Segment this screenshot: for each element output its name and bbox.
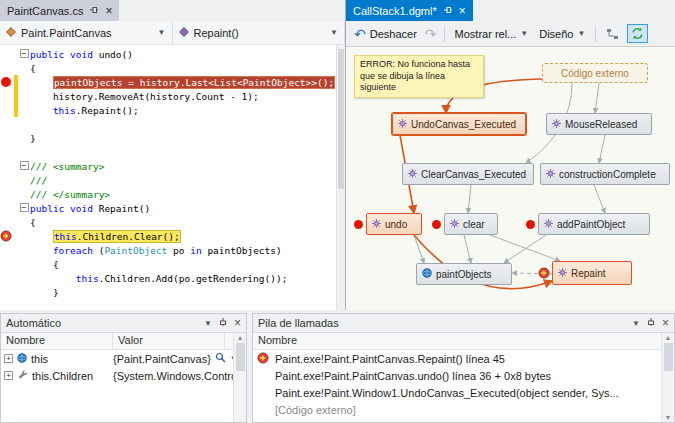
breakpoint-gutter[interactable] xyxy=(0,75,14,89)
column-header-name[interactable]: Nombre xyxy=(253,333,661,349)
breakpoint-gutter[interactable] xyxy=(0,131,14,145)
breakpoint-gutter[interactable] xyxy=(0,173,14,187)
autos-row[interactable]: +this{Paint.PaintCanvas}▼ xyxy=(1,350,233,367)
code-editor[interactable]: −public void undo(){ paintObjects = hist… xyxy=(0,45,345,310)
pin-icon[interactable] xyxy=(646,317,656,329)
pin-icon[interactable] xyxy=(89,5,99,17)
code-line[interactable]: paintObjects = history.Last<List<PaintOb… xyxy=(0,75,336,89)
close-icon[interactable]: × xyxy=(662,317,669,329)
new-graph-icon[interactable] xyxy=(603,26,622,42)
code-line[interactable]: history.RemoveAt(history.Count - 1); xyxy=(0,89,336,103)
drag-grip[interactable] xyxy=(69,321,196,326)
breakpoint-gutter[interactable] xyxy=(0,285,14,299)
pin-icon[interactable] xyxy=(443,5,453,17)
column-header-value[interactable]: Valor xyxy=(113,333,225,349)
breakpoint-gutter[interactable] xyxy=(0,215,14,229)
code-line[interactable]: −/// <summary> xyxy=(0,159,336,173)
code-line[interactable]: { xyxy=(0,61,336,75)
callstack-frame[interactable]: [Código externo] xyxy=(253,401,661,418)
breakpoint-gutter[interactable] xyxy=(0,89,14,103)
callstack-frame[interactable]: Paint.exe!Paint.Window1.UndoCanvas_Execu… xyxy=(253,384,661,401)
callstack-scrollbar[interactable]: ▲▼ xyxy=(661,333,674,422)
code-line[interactable]: } xyxy=(0,131,336,145)
scrollbar-thumb[interactable] xyxy=(664,343,673,371)
map-node-addPaint[interactable]: addPaintObject xyxy=(538,213,650,235)
column-header-name[interactable]: Nombre xyxy=(1,333,113,349)
type-dropdown[interactable]: Paint.PaintCanvas ▼ xyxy=(0,21,173,44)
change-bar xyxy=(14,103,18,117)
expand-icon[interactable]: + xyxy=(4,371,13,380)
close-icon[interactable]: × xyxy=(105,5,112,17)
breakpoint-gutter[interactable] xyxy=(0,117,14,131)
pin-icon[interactable] xyxy=(218,317,228,329)
breakpoint-gutter[interactable] xyxy=(0,47,14,61)
undo-button[interactable]: ↶ Deshacer xyxy=(351,25,420,43)
breakpoint-gutter[interactable] xyxy=(0,201,14,215)
breakpoint-gutter[interactable] xyxy=(0,243,14,257)
member-dropdown-label: Repaint() xyxy=(194,27,239,39)
fold-toggle-icon[interactable]: − xyxy=(20,161,29,170)
code-line[interactable]: { xyxy=(0,257,336,271)
code-line[interactable]: this.Children.Clear(); xyxy=(0,229,336,243)
breakpoint-gutter[interactable] xyxy=(0,187,14,201)
drag-grip[interactable] xyxy=(347,321,624,326)
map-node-undoExec[interactable]: UndoCanvas_Executed xyxy=(392,113,526,135)
breakpoint-gutter[interactable] xyxy=(0,145,14,159)
tab-paintcanvas-cs[interactable]: PaintCanvas.cs × xyxy=(0,0,119,21)
scrollbar-thumb[interactable] xyxy=(338,49,344,189)
code-line[interactable] xyxy=(0,145,336,159)
code-line[interactable]: −public void undo() xyxy=(0,47,336,61)
member-dropdown[interactable]: Repaint() ▼ xyxy=(173,21,346,44)
breakpoint-icon[interactable] xyxy=(1,77,11,87)
show-related-dropdown[interactable]: Mostrar rel... ▼ xyxy=(452,26,532,42)
code-map-canvas[interactable]: ERROR: No funciona hasta que se dibuja l… xyxy=(346,47,675,310)
scroll-up-icon[interactable]: ▲ xyxy=(237,334,244,341)
fold-toggle-icon[interactable]: − xyxy=(20,203,29,212)
scroll-up-icon[interactable]: ▲ xyxy=(665,334,672,341)
map-node-ext[interactable]: Código externo xyxy=(542,63,648,83)
callstack-frame[interactable]: Paint.exe!Paint.PaintCanvas.Repaint() lí… xyxy=(253,350,661,367)
code-line[interactable]: foreach (PaintObject po in paintObjects) xyxy=(0,243,336,257)
editor-scrollbar[interactable] xyxy=(336,45,345,310)
breakpoint-gutter[interactable] xyxy=(0,257,14,271)
fold-toggle-icon[interactable]: − xyxy=(20,49,29,58)
map-node-clear[interactable]: clear xyxy=(444,213,498,235)
breakpoint-gutter[interactable] xyxy=(0,229,14,243)
breakpoint-gutter[interactable] xyxy=(0,159,14,173)
close-icon[interactable]: × xyxy=(459,5,466,17)
sync-toggle-button[interactable] xyxy=(627,24,648,43)
class-icon xyxy=(6,27,16,39)
code-line[interactable]: } xyxy=(0,285,336,299)
code-line[interactable] xyxy=(0,117,336,131)
map-node-mouseRel[interactable]: MouseReleased xyxy=(546,113,652,135)
magnifier-icon[interactable] xyxy=(215,352,226,365)
map-node-repaint[interactable]: Repaint xyxy=(552,261,632,285)
code-line[interactable]: { xyxy=(0,215,336,229)
callstack-frame[interactable]: Paint.exe!Paint.PaintCanvas.undo() línea… xyxy=(253,367,661,384)
breakpoint-gutter[interactable] xyxy=(0,103,14,117)
window-menu-icon[interactable]: ▼ xyxy=(632,319,640,328)
scroll-down-icon[interactable]: ▼ xyxy=(665,414,672,421)
redo-icon[interactable]: ↷ xyxy=(425,27,437,41)
scrollbar-thumb[interactable] xyxy=(236,343,245,371)
code-text: paintObjects = history.Last<List<PaintOb… xyxy=(30,76,335,89)
code-line[interactable]: this.Repaint(); xyxy=(0,103,336,117)
map-node-ctor[interactable]: constructionComplete xyxy=(540,163,670,185)
map-comment-note[interactable]: ERROR: No funciona hasta que se dibuja l… xyxy=(354,55,484,98)
code-line[interactable]: /// xyxy=(0,173,336,187)
layout-dropdown[interactable]: Diseño ▼ xyxy=(536,26,588,42)
window-menu-icon[interactable]: ▼ xyxy=(204,319,212,328)
code-line[interactable]: /// </summary> xyxy=(0,187,336,201)
map-node-clearExec[interactable]: ClearCanvas_Executed xyxy=(402,163,534,185)
autos-scrollbar[interactable]: ▲ xyxy=(233,333,246,422)
close-icon[interactable]: × xyxy=(234,317,241,329)
breakpoint-gutter[interactable] xyxy=(0,271,14,285)
autos-row[interactable]: +this.Children{System.Windows.Controls xyxy=(1,367,233,384)
expand-icon[interactable]: + xyxy=(4,354,13,363)
map-node-undo[interactable]: undo xyxy=(366,213,422,235)
tab-callstack-dgml[interactable]: CallStack1.dgml* × xyxy=(346,0,473,21)
map-node-paintObjects[interactable]: paintObjects xyxy=(416,263,512,285)
breakpoint-gutter[interactable] xyxy=(0,61,14,75)
code-line[interactable]: −public void Repaint() xyxy=(0,201,336,215)
code-line[interactable]: this.Children.Add(po.getRendering()); xyxy=(0,271,336,285)
